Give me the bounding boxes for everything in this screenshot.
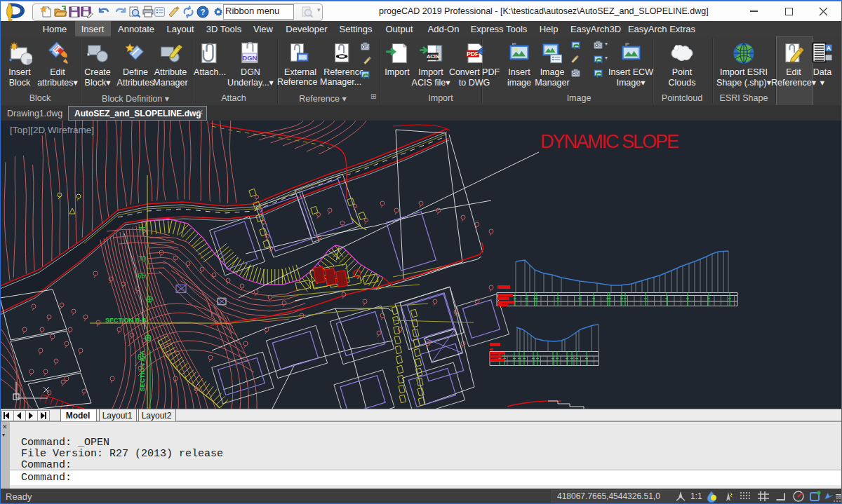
svg-text:PDF: PDF (467, 50, 479, 57)
svg-text:75: 75 (138, 226, 147, 234)
svg-text:DGN: DGN (242, 54, 257, 62)
svg-text:?: ? (201, 8, 206, 16)
svg-text:[Top][2D Wireframe]: [Top][2D Wireframe] (10, 125, 94, 135)
svg-text:A: A (827, 45, 831, 52)
svg-text:70: 70 (138, 255, 147, 263)
svg-text:ACIS: ACIS (427, 53, 439, 60)
svg-text:65: 65 (138, 272, 146, 280)
svg-text:SECTION B-B: SECTION B-B (105, 317, 147, 324)
svg-text:DYNAMIC SLOPE: DYNAMIC SLOPE (540, 131, 679, 152)
